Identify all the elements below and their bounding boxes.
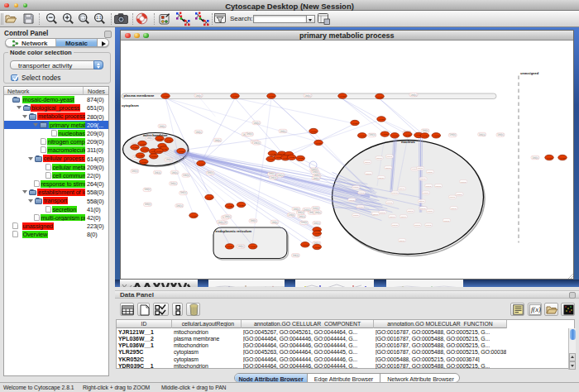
svg-text:Unk(s): Unk(s) (183, 174, 189, 177)
svg-text:Unk(s): Unk(s) (420, 178, 426, 179)
svg-text:Unk(s): Unk(s) (250, 219, 256, 222)
svg-text:Unk(s): Unk(s) (165, 158, 172, 161)
svg-text:Unk(s): Unk(s) (293, 253, 299, 256)
svg-text:Unk(s): Unk(s) (289, 213, 295, 216)
svg-text:YKL21: YKL21 (199, 162, 205, 165)
svg-text:Unk(s): Unk(s) (420, 207, 426, 208)
svg-text:Unk(s): Unk(s) (408, 210, 414, 212)
svg-text:YKL21: YKL21 (157, 137, 164, 140)
svg-text:Unk(s): Unk(s) (400, 188, 405, 189)
svg-text:Unk(s): Unk(s) (195, 93, 202, 97)
svg-text:Unk(s): Unk(s) (270, 175, 277, 179)
svg-text:YKL21: YKL21 (166, 139, 173, 141)
svg-text:nucleus: nucleus (401, 139, 415, 143)
svg-text:YKL21: YKL21 (404, 133, 411, 136)
svg-text:Unk(s): Unk(s) (366, 172, 371, 174)
svg-text:Unk(s): Unk(s) (359, 192, 365, 194)
svg-text:YKL21: YKL21 (379, 117, 385, 120)
svg-text:Unk(s): Unk(s) (145, 203, 151, 206)
svg-text:Unk(s): Unk(s) (378, 176, 384, 178)
svg-text:YKL21: YKL21 (311, 130, 318, 132)
svg-text:Unk(s): Unk(s) (353, 214, 359, 216)
svg-text:Unk(s): Unk(s) (479, 132, 486, 136)
svg-text:Unk(s): Unk(s) (298, 211, 304, 214)
svg-text:f(x): f(x) (531, 305, 541, 313)
svg-text:YKL21: YKL21 (392, 134, 399, 136)
svg-text:YKL21: YKL21 (232, 95, 239, 98)
svg-text:Unk(s): Unk(s) (313, 176, 319, 179)
svg-text:YKL21: YKL21 (340, 95, 347, 98)
svg-text:YKL21: YKL21 (270, 152, 276, 155)
svg-text:Unk(s): Unk(s) (146, 136, 153, 140)
svg-text:Unk(s): Unk(s) (172, 170, 179, 174)
svg-text:YKL21: YKL21 (227, 205, 233, 208)
svg-text:YKL21: YKL21 (316, 141, 323, 144)
svg-text:Unk(s): Unk(s) (313, 221, 320, 224)
svg-text:Unk(s): Unk(s) (451, 207, 457, 208)
svg-text:Unk(s): Unk(s) (457, 193, 462, 194)
svg-text:Unk(s): Unk(s) (392, 224, 398, 226)
svg-text:Unk(s): Unk(s) (426, 224, 432, 226)
svg-text:Unk(s): Unk(s) (301, 221, 308, 224)
svg-text:Unk(s): Unk(s) (269, 172, 275, 175)
svg-text:Unk(s): Unk(s) (313, 206, 319, 209)
svg-text:Unk(s): Unk(s) (195, 130, 202, 133)
svg-text:YKL21: YKL21 (250, 245, 256, 247)
svg-text:Unk(s): Unk(s) (132, 170, 138, 173)
svg-text:Unk(s): Unk(s) (390, 215, 395, 217)
svg-text:Unk(s): Unk(s) (159, 124, 165, 127)
svg-text:Unk(s): Unk(s) (400, 239, 405, 241)
svg-text:Unk(s): Unk(s) (422, 129, 428, 132)
svg-text:YKL21: YKL21 (156, 150, 163, 152)
svg-text:YKL21: YKL21 (269, 95, 275, 98)
svg-text:Unk(s): Unk(s) (400, 215, 406, 217)
svg-text:Unk(s): Unk(s) (461, 180, 467, 182)
svg-text:Unk(s): Unk(s) (418, 167, 423, 169)
svg-text:YKL21: YKL21 (151, 155, 157, 157)
svg-text:YKL21: YKL21 (238, 203, 245, 206)
svg-text:Unk(s): Unk(s) (304, 93, 311, 97)
svg-text:YKL21: YKL21 (377, 95, 384, 98)
svg-text:YKL21: YKL21 (142, 149, 149, 151)
svg-text:YKL21: YKL21 (314, 232, 321, 235)
svg-text:YKL21: YKL21 (207, 196, 213, 198)
svg-text:YKL21: YKL21 (179, 150, 185, 152)
svg-text:Unk(s): Unk(s) (144, 188, 151, 191)
svg-text:Unk(s): Unk(s) (208, 171, 214, 174)
svg-text:YKL21: YKL21 (191, 214, 198, 217)
svg-text:YKL21: YKL21 (227, 245, 233, 247)
svg-text:Unk(s): Unk(s) (532, 155, 538, 159)
svg-text:Unk(s): Unk(s) (246, 132, 253, 136)
svg-text:Unk(s): Unk(s) (271, 220, 278, 223)
svg-text:Unk(s): Unk(s) (155, 170, 161, 174)
svg-text:Unk(s): Unk(s) (349, 198, 355, 200)
svg-text:Unk(s): Unk(s) (414, 224, 420, 226)
svg-text:Unk(s): Unk(s) (410, 93, 417, 96)
svg-text:Unk(s): Unk(s) (313, 170, 319, 174)
svg-text:YKL21: YKL21 (137, 155, 144, 157)
svg-text:YKL21: YKL21 (382, 133, 389, 136)
svg-text:Unk(s): Unk(s) (357, 206, 363, 208)
svg-text:YKL21: YKL21 (560, 156, 567, 159)
svg-text:Unk(s): Unk(s) (293, 207, 299, 210)
svg-text:Unk(s): Unk(s) (170, 181, 177, 184)
svg-text:Unk(s): Unk(s) (385, 166, 391, 168)
svg-text:YKL21: YKL21 (422, 135, 428, 137)
svg-text:Unk(s): Unk(s) (497, 133, 504, 136)
svg-text:Unk(s): Unk(s) (365, 161, 371, 163)
svg-text:Unk(s): Unk(s) (373, 213, 379, 214)
svg-text:Unk(s): Unk(s) (380, 211, 385, 213)
svg-text:Unk(s): Unk(s) (176, 203, 183, 207)
svg-text:YKL21: YKL21 (547, 156, 553, 159)
svg-text:YKL21: YKL21 (359, 134, 366, 136)
svg-text:Unk(s): Unk(s) (253, 121, 260, 124)
svg-text:Unk(s): Unk(s) (392, 192, 398, 194)
svg-text:Unk(s): Unk(s) (436, 184, 442, 186)
svg-text:Unk(s): Unk(s) (314, 210, 321, 213)
svg-text:Unk(s): Unk(s) (214, 138, 221, 141)
svg-text:Unk(s): Unk(s) (218, 220, 224, 223)
svg-text:1:1: 1:1 (96, 16, 102, 20)
svg-text:Unk(s): Unk(s) (353, 186, 359, 188)
svg-text:Unk(s): Unk(s) (254, 141, 261, 144)
svg-text:YKL21: YKL21 (302, 243, 309, 246)
